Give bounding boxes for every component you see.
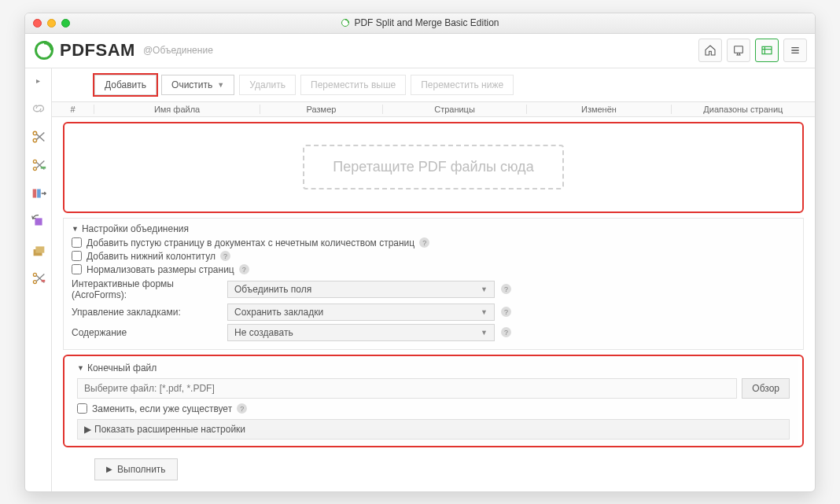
sidebar-item-split[interactable]: [30, 128, 47, 145]
move-up-button: Переместить выше: [300, 75, 406, 95]
toc-label: Содержание: [72, 327, 221, 338]
svg-rect-3: [762, 46, 772, 53]
log-button[interactable]: [727, 39, 750, 62]
output-toggle[interactable]: ▼ Конечный файл: [77, 362, 790, 373]
forms-select[interactable]: Объединить поля ▼: [227, 281, 495, 298]
minimize-window-button[interactable]: [47, 19, 56, 28]
chevron-down-icon: ▼: [481, 308, 488, 316]
toc-select[interactable]: Не создавать ▼: [227, 324, 495, 341]
app-icon: [341, 18, 350, 28]
dropzone-highlight: Перетащите PDF файлы сюда: [63, 122, 804, 213]
footer-label: Добавить нижний колонтитул: [87, 251, 216, 262]
clear-button[interactable]: Очистить ▼: [161, 75, 234, 95]
brand-logo-icon: [33, 39, 55, 61]
output-highlight: ▼ Конечный файл Обзор Заменить, если уже…: [63, 355, 804, 447]
close-window-button[interactable]: [33, 19, 42, 28]
hamburger-icon: [789, 44, 801, 57]
output-section: ▼ Конечный файл Обзор Заменить, если уже…: [69, 358, 798, 444]
home-icon: [704, 44, 717, 57]
link-icon: [30, 100, 47, 117]
output-file-input[interactable]: [77, 378, 737, 399]
toc-value: Не создавать: [234, 327, 293, 338]
svg-rect-18: [35, 246, 44, 252]
bookmarks-select[interactable]: Сохранить закладки ▼: [227, 304, 495, 321]
scissors-bookmark-icon: [30, 270, 47, 287]
browse-button[interactable]: Обзор: [742, 378, 790, 399]
help-icon[interactable]: ?: [501, 307, 511, 317]
file-toolbar: Добавить Очистить ▼ Удалить Переместить …: [52, 68, 815, 101]
move-down-button: Переместить ниже: [411, 75, 514, 95]
run-button[interactable]: ▶ Выполнить: [94, 458, 178, 480]
window-title: PDF Split and Merge Basic Edition: [341, 17, 499, 28]
sidebar-item-split-size[interactable]: [30, 156, 47, 174]
dropzone-text: Перетащите PDF файлы сюда: [303, 145, 563, 189]
sidebar-item-merge[interactable]: [30, 100, 47, 117]
col-modified: Изменён: [527, 105, 671, 114]
triangle-right-icon: ▶: [84, 424, 91, 435]
svg-rect-2: [735, 46, 743, 53]
odd-pages-checkbox[interactable]: [72, 237, 82, 248]
forms-label: Интерактивные формы (AcroForms):: [72, 278, 221, 300]
help-icon[interactable]: ?: [239, 264, 249, 274]
topbar: PDFSAM @Объединение: [25, 34, 815, 68]
bookmarks-label: Управление закладками:: [72, 307, 221, 318]
normalize-checkbox[interactable]: [72, 264, 82, 274]
merge-settings-toggle[interactable]: ▼ Настройки объединения: [72, 223, 795, 234]
play-icon: ▶: [106, 465, 112, 473]
sidebar-item-extract[interactable]: [30, 185, 47, 202]
news-button[interactable]: [755, 39, 779, 62]
home-button[interactable]: [698, 39, 722, 62]
help-icon[interactable]: ?: [501, 284, 511, 294]
brand: PDFSAM @Объединение: [33, 39, 213, 61]
help-icon[interactable]: ?: [237, 403, 247, 414]
chevron-down-icon: ▼: [481, 285, 488, 293]
run-label: Выполнить: [117, 464, 166, 475]
advanced-settings-toggle[interactable]: ▶ Показать расширенные настройки: [77, 419, 790, 440]
sidebar-toggle[interactable]: ▸: [33, 73, 44, 89]
output-title: Конечный файл: [87, 362, 157, 373]
overwrite-label: Заменить, если уже существует: [92, 403, 232, 414]
col-pages: Страницы: [383, 105, 527, 114]
add-button[interactable]: Добавить: [94, 75, 157, 95]
merge-settings-section: ▼ Настройки объединения Добавить пустую …: [63, 218, 804, 350]
forms-value: Объединить поля: [234, 284, 311, 295]
menu-button[interactable]: [783, 39, 807, 62]
sidebar-item-mix[interactable]: [30, 241, 47, 259]
titlebar: PDF Split and Merge Basic Edition: [25, 13, 815, 34]
delete-button: Удалить: [239, 75, 296, 95]
footer-checkbox[interactable]: [72, 251, 82, 261]
col-num: #: [52, 105, 94, 114]
app-window: PDF Split and Merge Basic Edition PDFSAM…: [24, 13, 816, 492]
sidebar-item-rotate[interactable]: [30, 213, 47, 230]
help-icon[interactable]: ?: [501, 327, 511, 337]
scissors-ruler-icon: [30, 156, 47, 174]
svg-rect-16: [35, 218, 42, 225]
sidebar-item-split-bookmarks[interactable]: [30, 270, 47, 287]
col-filename: Имя файла: [94, 105, 260, 114]
overwrite-checkbox[interactable]: [77, 403, 87, 414]
help-icon[interactable]: ?: [419, 237, 429, 248]
chevron-down-icon: ▼: [217, 81, 224, 89]
footer: ▶ Выполнить: [52, 452, 815, 491]
merge-settings-title: Настройки объединения: [82, 223, 189, 234]
svg-rect-14: [32, 189, 36, 197]
col-size: Размер: [260, 105, 383, 114]
triangle-down-icon: ▼: [77, 364, 84, 372]
brand-module: @Объединение: [143, 45, 213, 56]
chevron-down-icon: ▼: [481, 329, 488, 337]
file-dropzone[interactable]: Перетащите PDF файлы сюда: [64, 123, 802, 212]
svg-rect-21: [41, 279, 45, 281]
triangle-down-icon: ▼: [72, 225, 79, 233]
brand-name: PDFSAM: [60, 40, 135, 61]
window-title-text: PDF Split and Merge Basic Edition: [354, 17, 499, 28]
help-icon[interactable]: ?: [220, 251, 230, 261]
maximize-window-button[interactable]: [61, 19, 70, 28]
odd-pages-label: Добавить пустую страницу в документах с …: [87, 237, 414, 248]
news-icon: [761, 44, 773, 57]
svg-rect-15: [37, 189, 41, 197]
extract-icon: [30, 185, 47, 202]
col-ranges: Диапазоны страниц: [672, 105, 815, 114]
stack-icon: [30, 241, 47, 259]
normalize-label: Нормализовать размеры страниц: [87, 264, 234, 275]
advanced-settings-label: Показать расширенные настройки: [94, 424, 245, 435]
